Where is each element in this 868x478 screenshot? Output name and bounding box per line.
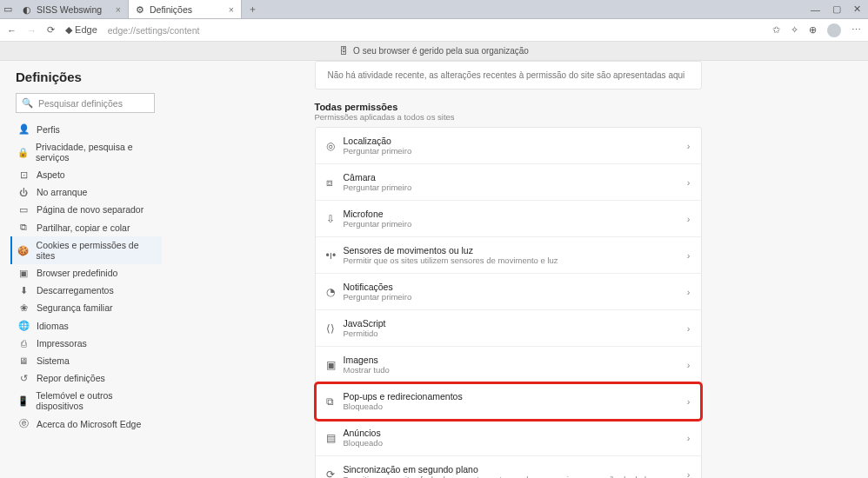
permission-icon: ⇩ (326, 213, 344, 225)
chevron-right-icon: › (687, 323, 691, 334)
sidebar-item-label: Privacidade, pesquisa e serviços (36, 142, 157, 163)
sidebar-item-lang[interactable]: 🌐Idiomas (10, 316, 162, 335)
browser-tab[interactable]: ◐ SISS Webswing × (16, 0, 129, 18)
permission-subtitle: Permitir que os sites utilizem sensores … (344, 256, 687, 265)
sidebar-item-system[interactable]: 🖥Sistema (10, 352, 162, 369)
sidebar-item-label: Idiomas (37, 321, 69, 331)
sidebar-item-edge[interactable]: ⓔAcerca do Microsoft Edge (10, 415, 162, 434)
managed-banner: 🗄 O seu browser é gerido pela sua organi… (0, 42, 868, 61)
permission-subtitle: Bloqueado (344, 438, 687, 448)
permission-title: Sincronização em segundo plano (344, 464, 687, 475)
permission-icon: •ı• (326, 249, 344, 262)
all-permissions-header: Todas permissões Permissões aplicadas a … (315, 102, 702, 122)
search-placeholder: Pesquisar definições (38, 98, 123, 109)
sidebar-title: Definições (16, 70, 162, 84)
permission-row[interactable]: ◎LocalizaçãoPerguntar primeiro› (316, 128, 701, 164)
close-window-button[interactable]: ✕ (853, 3, 861, 15)
url-source: Edge (75, 24, 97, 35)
permission-icon: ◔ (326, 286, 344, 298)
favicon-icon: ⚙ (136, 4, 144, 15)
permission-title: Notificações (344, 282, 687, 292)
permission-row[interactable]: ⟨⟩JavaScriptPermitido› (316, 310, 701, 347)
sidebar-item-tab[interactable]: ▭Página de novo separador (10, 201, 162, 218)
sidebar-item-reset[interactable]: ↺Repor definições (10, 369, 162, 387)
permission-row[interactable]: ▤AnúnciosBloqueado› (316, 420, 701, 456)
collections-icon[interactable]: ⊕ (809, 24, 817, 36)
sidebar-item-label: Browser predefinido (37, 268, 117, 278)
family-icon: ❀ (17, 302, 30, 313)
sidebar-item-share[interactable]: ⧉Partilhar, copiar e colar (10, 218, 162, 236)
minimize-button[interactable]: ― (811, 4, 820, 15)
sidebar-item-label: Perfis (37, 124, 60, 135)
settings-sidebar: Definições 🔍 Pesquisar definições 👤Perfi… (0, 61, 165, 478)
permissions-list: ◎LocalizaçãoPerguntar primeiro›⧈CâmaraPe… (315, 127, 702, 478)
sidebar-item-paint[interactable]: ⊡Aspeto (10, 166, 162, 183)
download-icon: ⬇ (17, 285, 30, 295)
maximize-button[interactable]: ▢ (832, 3, 841, 15)
sidebar-item-person[interactable]: 👤Perfis (10, 120, 162, 138)
permission-row[interactable]: ◔NotificaçõesPerguntar primeiro› (316, 274, 701, 310)
chevron-right-icon: › (687, 469, 691, 479)
chevron-right-icon: › (687, 214, 691, 224)
settings-content: Não há atividade recente, as alterações … (165, 61, 868, 478)
close-icon[interactable]: × (229, 4, 234, 15)
new-tab-button[interactable]: ＋ (242, 0, 263, 18)
permission-row[interactable]: ⟳Sincronização em segundo planoPermitir … (316, 456, 701, 478)
sidebar-item-download[interactable]: ⬇Descarregamentos (10, 282, 162, 299)
permission-subtitle: Mostrar tudo (344, 365, 687, 375)
permission-title: JavaScript (344, 318, 687, 329)
search-input[interactable]: 🔍 Pesquisar definições (16, 93, 155, 113)
sidebar-item-printer[interactable]: ⎙Impressoras (10, 335, 162, 352)
section-title: Todas permissões (315, 102, 702, 112)
refresh-button[interactable]: ⟳ (47, 24, 55, 36)
permission-row[interactable]: ⧈CâmaraPerguntar primeiro› (316, 164, 701, 201)
permission-icon: ▣ (326, 359, 344, 371)
menu-icon[interactable]: ⋯ (851, 24, 861, 36)
sidebar-item-label: Repor definições (37, 373, 105, 383)
section-subtitle: Permissões aplicadas a todos os sites (315, 112, 702, 122)
back-button[interactable]: ← (7, 25, 17, 36)
sidebar-item-label: Acerca do Microsoft Edge (37, 419, 141, 429)
permission-row[interactable]: ▣ImagensMostrar tudo› (316, 347, 701, 383)
browser-tab[interactable]: ⚙ Definições × (129, 0, 242, 18)
favorite-icon[interactable]: ✩ (772, 24, 780, 36)
permission-subtitle: Perguntar primeiro (344, 183, 687, 192)
sidebar-item-lock[interactable]: 🔒Privacidade, pesquisa e serviços (10, 138, 162, 166)
site-info-icon[interactable]: ◆ Edge (65, 24, 97, 36)
sidebar-item-phone[interactable]: 📱Telemóvel e outros dispositivos (10, 387, 162, 415)
chevron-right-icon: › (687, 396, 691, 407)
sidebar-item-label: Página de novo separador (37, 204, 144, 215)
permission-row[interactable]: ⇩MicrofonePerguntar primeiro› (316, 201, 701, 237)
sidebar-item-family[interactable]: ❀Segurança familiar (10, 299, 162, 316)
tab-list-icon[interactable]: ▭ (0, 0, 16, 18)
share-icon: ⧉ (17, 222, 30, 233)
chevron-right-icon: › (687, 177, 691, 188)
chevron-right-icon: › (687, 433, 691, 443)
permission-subtitle: Perguntar primeiro (344, 219, 687, 229)
permission-icon: ⟳ (326, 468, 344, 479)
chevron-right-icon: › (687, 141, 691, 151)
close-icon[interactable]: × (116, 4, 121, 15)
tab-strip: ▭ ◐ SISS Webswing × ⚙ Definições × ＋ ― ▢… (0, 0, 868, 19)
lang-icon: 🌐 (17, 320, 30, 331)
permission-row[interactable]: ⧉Pop-ups e redirecionamentosBloqueado› (316, 383, 701, 420)
sidebar-item-browser[interactable]: ▣Browser predefinido (10, 264, 162, 282)
system-icon: 🖥 (17, 355, 30, 366)
permission-row[interactable]: •ı•Sensores de movimentos ou luzPermitir… (316, 237, 701, 274)
tab-title: Definições (150, 4, 192, 15)
sidebar-item-cookie[interactable]: 🍪Cookies e permissões de sites (10, 236, 162, 264)
favorites-bar-icon[interactable]: ✧ (791, 24, 798, 36)
permission-icon: ◎ (326, 140, 344, 152)
permission-title: Câmara (344, 172, 687, 183)
url-text[interactable]: edge://settings/content (108, 25, 200, 36)
lock-icon: 🔒 (17, 147, 29, 158)
printer-icon: ⎙ (17, 338, 30, 349)
permission-subtitle: Permitir que os sites fechados recenteme… (344, 475, 687, 478)
sidebar-item-power[interactable]: ⏻No arranque (10, 183, 162, 201)
chevron-right-icon: › (687, 360, 691, 370)
permission-title: Anúncios (344, 428, 687, 438)
cookie-icon: 🍪 (17, 245, 30, 256)
managed-text: O seu browser é gerido pela sua organiza… (353, 46, 529, 56)
profile-avatar[interactable] (827, 23, 841, 37)
recent-activity-text: Não há atividade recente, as alterações … (328, 70, 685, 80)
